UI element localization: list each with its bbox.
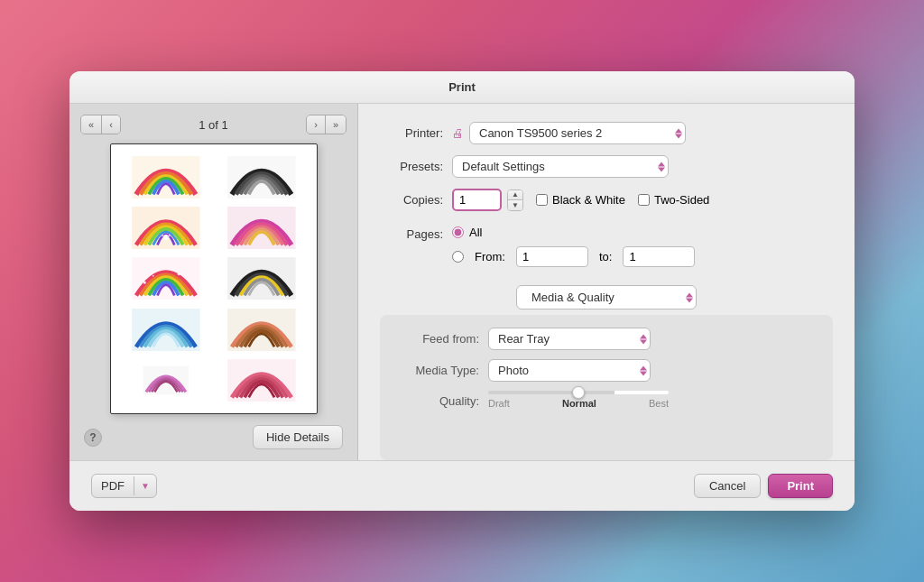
presets-select-wrapper: Default Settings <box>452 155 669 178</box>
rainbow-grid <box>120 153 308 404</box>
feed-from-label: Feed from: <box>398 332 479 346</box>
all-label: All <box>469 226 482 239</box>
navigation-bar: « ‹ 1 of 1 › » <box>80 115 346 134</box>
cancel-button[interactable]: Cancel <box>694 474 761 498</box>
copies-stepper: ▲ ▼ Black & White Two-Sided <box>452 189 709 211</box>
copies-input[interactable] <box>452 189 502 211</box>
bottom-bar: PDF ▼ Cancel Print <box>69 460 855 511</box>
all-pages-label[interactable]: All <box>452 226 695 239</box>
printer-select[interactable]: Canon TS9500 series 2 <box>469 122 686 144</box>
copies-arrows: ▲ ▼ <box>507 189 523 211</box>
two-sided-label: Two-Sided <box>654 193 709 207</box>
page-preview <box>110 143 318 414</box>
svg-point-8 <box>143 282 146 284</box>
pdf-button-wrapper: PDF ▼ <box>91 474 157 498</box>
right-panel: Printer: 🖨 Canon TS9500 series 2 Presets… <box>358 104 855 460</box>
black-white-label: Black & White <box>552 193 625 207</box>
media-quality-header: Media & Quality <box>380 285 833 309</box>
quality-normal-label: Normal <box>562 398 596 409</box>
black-white-checkbox-label[interactable]: Black & White <box>536 193 625 207</box>
copies-increment-button[interactable]: ▲ <box>508 190 522 200</box>
section-select-wrapper: Media & Quality <box>516 285 697 309</box>
pages-label: Pages: <box>380 226 443 241</box>
media-type-row: Media Type: Photo <box>398 359 815 382</box>
media-quality-content: Feed from: Rear Tray Media Type: <box>380 315 833 460</box>
all-pages-radio[interactable] <box>452 226 464 238</box>
print-button[interactable]: Print <box>768 474 833 498</box>
feed-from-select[interactable]: Rear Tray <box>488 328 651 350</box>
presets-row: Presets: Default Settings <box>380 155 833 178</box>
svg-point-10 <box>177 273 180 276</box>
quality-draft-label: Draft <box>488 398 510 409</box>
print-dialog: Print « ‹ 1 of 1 › » <box>69 71 855 511</box>
title-bar: Print <box>69 71 855 104</box>
to-input[interactable] <box>623 246 695 267</box>
rainbow-5 <box>120 255 212 302</box>
pdf-dropdown-button[interactable]: ▼ <box>134 476 156 495</box>
feed-from-select-wrapper: Rear Tray <box>488 328 651 350</box>
svg-point-4 <box>161 235 163 237</box>
from-input[interactable] <box>516 246 588 267</box>
printer-icon: 🖨 <box>452 126 464 140</box>
presets-label: Presets: <box>380 160 443 173</box>
nav-group: « ‹ <box>80 115 121 134</box>
rainbow-1 <box>120 153 212 200</box>
feed-from-row: Feed from: Rear Tray <box>398 328 815 350</box>
nav-group-right: › » <box>306 115 346 134</box>
prev-page-button[interactable]: ‹ <box>102 115 120 134</box>
rainbow-7 <box>120 306 212 353</box>
pdf-button[interactable]: PDF <box>92 475 134 497</box>
dialog-title: Print <box>448 80 476 94</box>
rainbow-6 <box>216 255 308 302</box>
two-sided-checkbox[interactable] <box>638 194 650 206</box>
copies-row: Copies: ▲ ▼ Black & White <box>380 189 833 211</box>
page-indicator: 1 of 1 <box>125 118 302 132</box>
black-white-checkbox[interactable] <box>536 194 548 206</box>
media-type-label: Media Type: <box>398 364 479 377</box>
to-label: to: <box>599 250 612 263</box>
printer-label: Printer: <box>380 126 443 140</box>
svg-point-3 <box>163 235 169 240</box>
rainbow-4 <box>216 204 308 251</box>
printer-select-wrapper: 🖨 Canon TS9500 series 2 <box>452 122 686 144</box>
first-page-button[interactable]: « <box>81 115 102 134</box>
pages-radio-group: All From: to: <box>452 226 695 267</box>
quality-labels: Draft Normal Best <box>488 398 669 409</box>
presets-select[interactable]: Default Settings <box>452 155 669 178</box>
dialog-body: « ‹ 1 of 1 › » <box>69 104 855 460</box>
hide-details-button[interactable]: Hide Details <box>253 425 343 449</box>
from-label: From: <box>475 250 505 263</box>
media-type-select-wrapper: Photo <box>488 359 651 382</box>
last-page-button[interactable]: » <box>326 115 346 134</box>
quality-best-label: Best <box>649 398 669 409</box>
copies-decrement-button[interactable]: ▼ <box>508 200 522 210</box>
copies-label: Copies: <box>380 193 443 207</box>
quality-slider[interactable] <box>488 391 669 394</box>
svg-point-9 <box>152 275 153 277</box>
media-quality-select[interactable]: Media & Quality <box>516 285 697 309</box>
svg-point-5 <box>168 235 171 237</box>
printer-row: Printer: 🖨 Canon TS9500 series 2 <box>380 122 833 144</box>
pages-row: Pages: All From: to: <box>380 222 833 267</box>
next-page-button[interactable]: › <box>307 115 326 134</box>
rainbow-10 <box>120 357 212 404</box>
quality-row: Quality: Draft Normal Best <box>398 391 815 409</box>
left-panel: « ‹ 1 of 1 › » <box>69 104 358 460</box>
quality-label: Quality: <box>398 391 479 408</box>
media-type-select[interactable]: Photo <box>488 359 651 382</box>
left-bottom: ? Hide Details <box>80 425 346 449</box>
two-sided-checkbox-label[interactable]: Two-Sided <box>638 193 709 207</box>
from-pages-radio[interactable] <box>452 251 464 263</box>
from-to-row: From: to: <box>452 246 695 267</box>
help-button[interactable]: ? <box>84 429 102 447</box>
rainbow-2 <box>216 153 308 200</box>
rainbow-9 <box>216 357 308 404</box>
rainbow-8 <box>216 306 308 353</box>
rainbow-3 <box>120 204 212 251</box>
checkbox-group: Black & White Two-Sided <box>536 193 709 207</box>
quality-slider-container: Draft Normal Best <box>488 391 669 409</box>
